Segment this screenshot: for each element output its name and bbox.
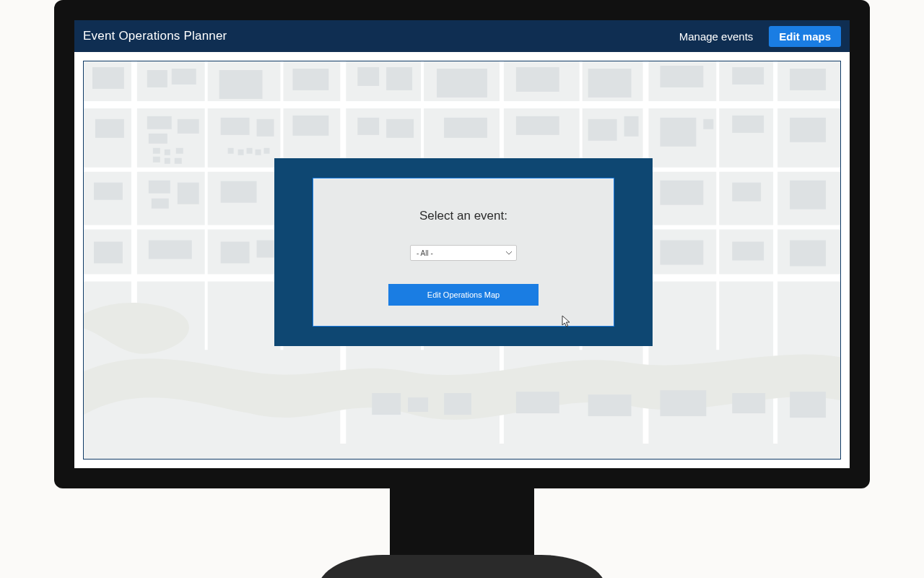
svg-rect-20	[292, 69, 328, 90]
svg-rect-26	[660, 66, 703, 87]
svg-rect-17	[147, 70, 167, 87]
svg-rect-81	[165, 150, 170, 155]
event-select[interactable]: - All -	[410, 245, 517, 261]
svg-rect-23	[437, 69, 487, 98]
svg-rect-29	[95, 119, 124, 138]
svg-rect-71	[790, 241, 826, 267]
screen: Event Operations Planner Manage events E…	[74, 20, 850, 468]
edit-operations-map-button[interactable]: Edit Operations Map	[388, 284, 539, 306]
svg-rect-89	[256, 150, 261, 155]
svg-rect-86	[228, 148, 234, 154]
event-select-modal: Select an event: - All - Edit Operations…	[274, 158, 653, 346]
svg-rect-80	[153, 148, 160, 154]
svg-rect-78	[732, 393, 765, 413]
nav-manage-events[interactable]: Manage events	[679, 30, 754, 43]
svg-rect-44	[732, 116, 764, 133]
svg-rect-46	[94, 183, 123, 200]
svg-rect-82	[176, 148, 183, 154]
monitor-frame: Event Operations Planner Manage events E…	[54, 0, 870, 488]
svg-rect-33	[221, 118, 250, 135]
svg-rect-83	[153, 157, 160, 163]
svg-rect-34	[257, 119, 274, 137]
svg-rect-27	[732, 67, 764, 85]
svg-rect-76	[588, 394, 632, 416]
app-title: Event Operations Planner	[83, 29, 227, 43]
svg-rect-41	[624, 116, 639, 137]
event-select-modal-inner: Select an event: - All - Edit Operations…	[313, 178, 614, 327]
svg-rect-37	[386, 119, 414, 138]
monitor-stand-base	[318, 555, 606, 578]
svg-rect-63	[257, 241, 274, 258]
svg-rect-88	[247, 148, 253, 154]
svg-rect-45	[790, 118, 826, 142]
svg-rect-72	[372, 393, 401, 415]
svg-rect-61	[149, 241, 192, 259]
svg-rect-57	[660, 181, 703, 205]
svg-rect-49	[178, 183, 199, 204]
modal-title: Select an event:	[419, 209, 507, 223]
svg-rect-28	[790, 69, 826, 90]
svg-rect-38	[444, 118, 487, 138]
svg-rect-31	[149, 134, 167, 144]
svg-rect-48	[152, 199, 169, 209]
svg-rect-42	[660, 118, 696, 147]
svg-rect-77	[660, 390, 706, 416]
svg-rect-79	[790, 392, 826, 418]
svg-rect-25	[588, 69, 632, 98]
svg-rect-60	[94, 242, 123, 264]
svg-rect-47	[149, 181, 170, 194]
svg-rect-39	[516, 116, 559, 135]
map-frame[interactable]: Select an event: - All - Edit Operations…	[83, 61, 841, 460]
svg-rect-85	[175, 158, 182, 164]
svg-rect-24	[516, 67, 559, 92]
svg-rect-70	[732, 242, 764, 261]
svg-rect-73	[408, 397, 428, 412]
svg-rect-69	[660, 241, 703, 265]
svg-rect-87	[238, 150, 244, 155]
svg-rect-75	[516, 392, 559, 413]
svg-rect-84	[165, 158, 170, 164]
svg-rect-43	[703, 119, 713, 129]
svg-rect-36	[357, 118, 379, 135]
svg-rect-18	[172, 69, 196, 85]
svg-rect-50	[221, 181, 257, 203]
svg-rect-19	[219, 70, 263, 99]
svg-rect-59	[790, 181, 826, 210]
app-header: Event Operations Planner Manage events E…	[74, 20, 850, 52]
svg-rect-74	[444, 393, 471, 415]
svg-rect-30	[147, 116, 172, 129]
svg-rect-32	[178, 119, 199, 134]
svg-rect-58	[732, 183, 761, 202]
nav-edit-maps[interactable]: Edit maps	[769, 26, 841, 47]
svg-rect-35	[292, 116, 328, 136]
svg-rect-21	[357, 67, 379, 86]
svg-rect-62	[221, 242, 250, 264]
svg-rect-16	[92, 67, 124, 89]
svg-rect-22	[386, 67, 412, 90]
nav-right: Manage events Edit maps	[679, 26, 841, 47]
svg-rect-40	[588, 119, 617, 141]
svg-rect-90	[264, 148, 270, 154]
